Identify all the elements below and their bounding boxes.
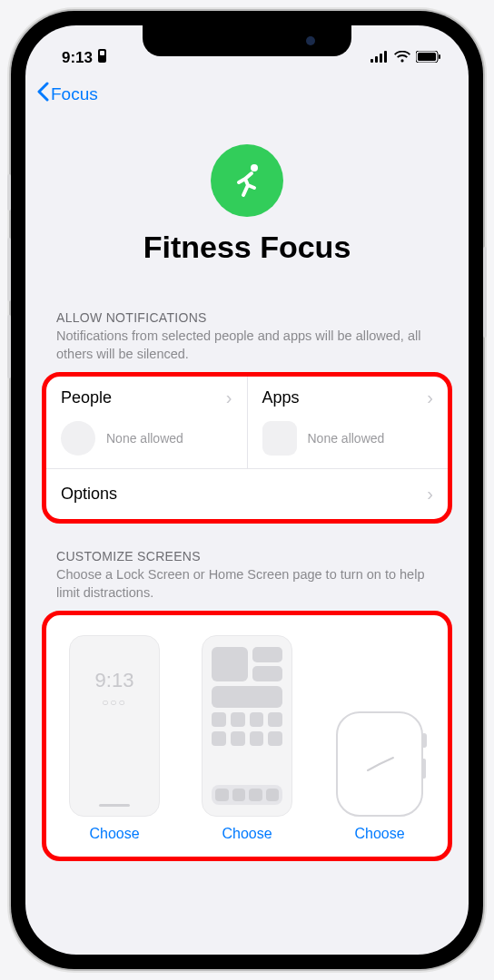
- customize-screens-card: 9:13 ○○○ Choose: [42, 611, 452, 861]
- running-icon: [227, 161, 267, 201]
- back-label: Focus: [51, 84, 98, 104]
- volume-down: [7, 315, 11, 378]
- choose-home-button[interactable]: Choose: [222, 826, 272, 842]
- people-cell[interactable]: People › None allowed: [46, 377, 248, 468]
- phone-frame: 9:13: [11, 11, 483, 969]
- focus-hero-icon: [211, 144, 283, 217]
- home-screen-thumb: [202, 635, 292, 817]
- back-button[interactable]: Focus: [36, 82, 98, 106]
- power-button: [483, 247, 487, 338]
- allow-notifications-desc: Notifications from selected people and a…: [56, 328, 438, 363]
- wifi-icon: [394, 49, 410, 67]
- lock-thumb-dots: ○○○: [70, 696, 159, 709]
- status-time: 9:13: [62, 49, 93, 67]
- svg-line-10: [380, 758, 393, 764]
- customize-screens-label: CUSTOMIZE SCREENS: [56, 549, 438, 564]
- options-row[interactable]: Options ›: [46, 468, 448, 519]
- apps-title: Apps: [262, 388, 300, 407]
- chevron-left-icon: [36, 82, 49, 106]
- svg-line-11: [368, 764, 380, 770]
- apps-status: None allowed: [308, 431, 385, 446]
- customize-screens-desc: Choose a Lock Screen or Home Screen page…: [56, 566, 438, 602]
- svg-rect-8: [439, 54, 440, 59]
- lock-screen-option[interactable]: 9:13 ○○○ Choose: [50, 635, 179, 842]
- volume-up: [7, 238, 11, 301]
- lock-thumb-home-indicator: [99, 804, 130, 807]
- watch-face-option[interactable]: Choose: [315, 635, 444, 842]
- battery-icon: [416, 49, 441, 67]
- choose-lock-button[interactable]: Choose: [89, 826, 139, 842]
- svg-rect-3: [375, 56, 378, 63]
- svg-rect-4: [380, 54, 382, 63]
- screen: 9:13: [25, 25, 469, 955]
- allow-notifications-label: ALLOW NOTIFICATIONS: [56, 310, 438, 325]
- focus-indicator-icon: [96, 49, 108, 67]
- people-title: People: [61, 388, 112, 407]
- mute-switch: [7, 174, 11, 211]
- apps-cell[interactable]: Apps › None allowed: [248, 377, 449, 468]
- chevron-right-icon: ›: [427, 387, 433, 408]
- allow-notifications-card: People › None allowed Apps ›: [42, 372, 452, 524]
- cellular-icon: [370, 49, 389, 67]
- lock-screen-thumb: 9:13 ○○○: [69, 635, 160, 817]
- home-screen-option[interactable]: Choose: [183, 635, 311, 842]
- watch-hands-icon: [357, 741, 402, 787]
- svg-rect-7: [418, 53, 436, 61]
- lock-thumb-time: 9:13: [70, 669, 159, 692]
- nav-bar: Focus: [25, 74, 469, 117]
- choose-watch-button[interactable]: Choose: [354, 826, 404, 842]
- svg-point-9: [251, 164, 258, 172]
- chevron-right-icon: ›: [226, 387, 232, 408]
- page-title: Fitness Focus: [25, 230, 469, 265]
- apps-icon-placeholder: [262, 421, 297, 456]
- watch-thumb: [336, 711, 423, 817]
- notch: [143, 25, 351, 56]
- svg-rect-5: [384, 51, 387, 63]
- options-title: Options: [61, 485, 117, 504]
- svg-rect-1: [100, 51, 104, 55]
- chevron-right-icon: ›: [427, 484, 433, 505]
- people-status: None allowed: [106, 431, 183, 446]
- svg-rect-2: [370, 59, 373, 63]
- people-avatar-placeholder: [61, 421, 95, 456]
